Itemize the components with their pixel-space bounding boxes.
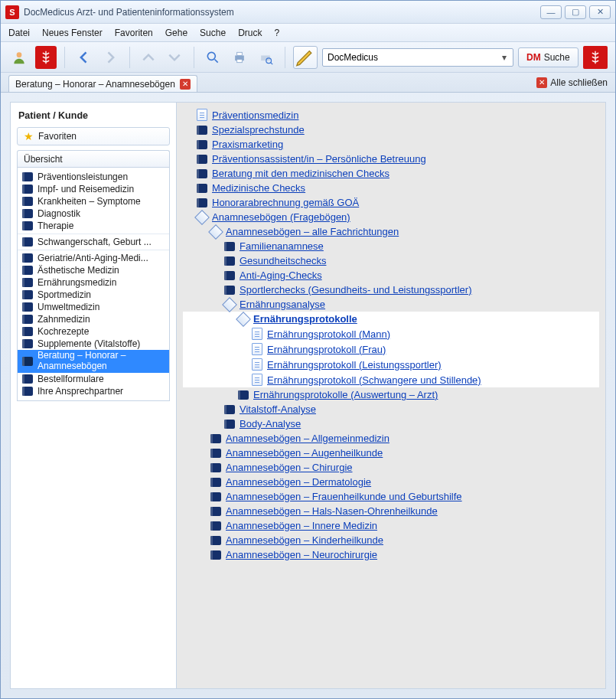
tree-node[interactable]: Anamnesebögen – Chirurgie [183,460,599,475]
tree-node[interactable]: Sportlerchecks (Gesundheits- und Leistun… [183,283,599,297]
tree-node[interactable]: Ernährungsprotokoll (Leistungssportler) [183,357,599,372]
favorites-button[interactable]: ★ Favoriten [17,127,170,145]
sidebar-item[interactable]: Beratung – Honorar –Anamnesebögen [18,350,169,373]
menu-favoriten[interactable]: Favoriten [115,28,153,38]
tree-node-link[interactable]: Ernährungsprotokolle (Auswertung – Arzt) [253,389,438,400]
menu-neues-fenster[interactable]: Neues Fenster [42,28,103,38]
tree-node[interactable]: Anamnesebögen – Dermatologie [183,475,599,489]
search-field[interactable] [326,51,500,64]
back-button[interactable] [73,46,95,69]
edit-button[interactable] [293,46,318,69]
sidebar-item[interactable]: Ernährungsmedizin [18,276,169,289]
print-icon[interactable] [228,46,250,69]
zoom-icon[interactable] [202,46,224,69]
tree-node-link[interactable]: Ernährungsanalyse [240,299,325,310]
tree-node[interactable]: Anamnesebögen – Allgemeinmedizin [183,431,599,446]
tree-node-link[interactable]: Sportlerchecks (Gesundheits- und Leistun… [240,284,471,296]
tree-node[interactable]: Anamnesebögen (Fragebögen) [183,210,599,224]
dm-suche-button[interactable]: DM Suche [518,47,579,67]
menu-suche[interactable]: Suche [200,28,226,38]
tree-node[interactable]: Anamnesebögen – Frauenheilkunde und Gebu… [183,489,599,504]
tree-node[interactable]: Anamnesebögen – Kinderheilkunde [183,533,599,547]
user-icon[interactable] [8,46,31,69]
tree-node[interactable]: Ernährungsprotokolle [183,312,599,326]
down-button[interactable] [164,46,186,69]
tree-node-link[interactable]: Anamnesebögen – Hals-Nasen-Ohrenheilkund… [226,505,438,517]
sidebar-item[interactable]: Supplemente (Vitalstoffe) [18,338,169,350]
tree-node-link[interactable]: Ernährungsprotokoll (Schwangere und Stil… [267,374,481,386]
tree-node-link[interactable]: Vitalstoff-Analyse [240,403,316,415]
tree-node-link[interactable]: Anamnesebögen – Innere Medizin [226,520,377,531]
tree-node[interactable]: Beratung mit den medizinischen Checks [183,166,599,181]
tree-node[interactable]: Präventionsmedizin [183,107,599,122]
tree-node[interactable]: Vitalstoff-Analyse [183,402,599,416]
tree-node[interactable]: Honorarabrechnung gemäß GOÄ [183,195,599,210]
sidebar-item[interactable]: Präventionsleistungen [18,171,169,183]
menu-druck[interactable]: Druck [238,28,262,38]
tree-node-link[interactable]: Präventionsassistent/in – Persönliche Be… [212,153,426,165]
tree-view[interactable]: PräventionsmedizinSpezialsprechstundePra… [177,103,605,688]
tree-node-link[interactable]: Anamnesebögen – Allgemeinmedizin [226,433,389,444]
tree-node[interactable]: Anamnesebögen – Innere Medizin [183,518,599,533]
tree-node-link[interactable]: Anti-Aging-Checks [240,269,322,281]
sidebar-item[interactable]: Impf- und Reisemedizin [18,183,169,195]
tree-node-link[interactable]: Anamnesebögen – Augenheilkunde [226,447,383,459]
tree-node-link[interactable]: Familienanamnese [240,240,324,252]
tree-node-link[interactable]: Anamnesebögen – Frauenheilkunde und Gebu… [226,491,462,502]
tree-node[interactable]: Ernährungsprotokoll (Schwangere und Stil… [183,372,599,387]
tree-node-link[interactable]: Anamnesebögen – Kinderheilkunde [226,534,383,546]
tree-node[interactable]: Gesundheitschecks [183,253,599,268]
sidebar-item[interactable]: Zahnmedizin [18,313,169,325]
dropdown-icon[interactable]: ▾ [500,52,510,63]
tree-node[interactable]: Ernährungsprotokoll (Frau) [183,341,599,357]
sidebar-item[interactable]: Ihre Ansprechpartner [18,385,169,397]
tree-node-link[interactable]: Body-Analyse [240,418,301,430]
caduceus-icon[interactable] [35,46,57,69]
tree-node[interactable]: Medizinische Checks [183,181,599,195]
menu-help[interactable]: ? [274,28,279,38]
menu-gehe[interactable]: Gehe [165,28,187,38]
close-all-button[interactable]: ✕ Alle schließen [536,74,608,91]
search-input[interactable]: ▾ [322,48,513,67]
tree-node-link[interactable]: Anamnesebögen (Fragebögen) [212,211,350,223]
tree-node-link[interactable]: Anamnesebögen – alle Fachrichtungen [226,226,399,237]
tree-node[interactable]: Praxismarketing [183,137,599,152]
tree-node-link[interactable]: Medizinische Checks [212,182,305,194]
close-button[interactable]: ✕ [589,5,611,19]
tree-node-link[interactable]: Ernährungsprotokoll (Mann) [267,328,390,340]
overview-tab[interactable]: Übersicht [17,150,170,167]
tree-node[interactable]: Ernährungsprotokoll (Mann) [183,326,599,341]
tree-node[interactable]: Ernährungsprotokolle (Auswertung – Arzt) [183,387,599,402]
tree-node-link[interactable]: Beratung mit den medizinischen Checks [212,168,389,179]
caduceus-right-icon[interactable] [583,46,608,69]
sidebar-item[interactable]: Krankheiten – Symptome [18,195,169,207]
tree-node-link[interactable]: Gesundheitschecks [240,255,326,266]
tree-node-link[interactable]: Anamnesebögen – Chirurgie [226,462,353,473]
print-preview-icon[interactable] [255,46,277,69]
tree-node-link[interactable]: Ernährungsprotokoll (Leistungssportler) [267,359,442,371]
tree-node[interactable]: Body-Analyse [183,416,599,431]
tree-node-link[interactable]: Anamnesebögen – Dermatologie [226,476,371,488]
tree-node[interactable]: Anamnesebögen – Augenheilkunde [183,446,599,460]
tree-node[interactable]: Anamnesebögen – alle Fachrichtungen [183,224,599,239]
tree-node-link[interactable]: Anamnesebögen – Neurochirurgie [226,549,377,560]
sidebar-item[interactable]: Kochrezepte [18,325,169,338]
sidebar-item[interactable]: Ästhetische Medizin [18,264,169,276]
tree-node-link[interactable]: Ernährungsprotokoll (Frau) [267,344,386,355]
tree-node-link[interactable]: Spezialsprechstunde [212,124,305,136]
tab-beratung[interactable]: Beratung – Honorar – Anamnesebögen ✕ [8,75,197,92]
tree-node-link[interactable]: Ernährungsprotokolle [253,313,357,325]
tree-node-link[interactable]: Präventionsmedizin [212,109,298,121]
sidebar-item[interactable]: Sportmedizin [18,289,169,301]
sidebar-item[interactable]: Umweltmedizin [18,301,169,313]
tree-node[interactable]: Familienanamnese [183,239,599,253]
tree-node[interactable]: Spezialsprechstunde [183,122,599,137]
menu-datei[interactable]: Datei [8,28,30,38]
tree-node[interactable]: Anamnesebögen – Hals-Nasen-Ohrenheilkund… [183,504,599,518]
tree-node[interactable]: Präventionsassistent/in – Persönliche Be… [183,152,599,166]
sidebar-item[interactable]: Therapie [18,220,169,232]
tree-node-link[interactable]: Honorarabrechnung gemäß GOÄ [212,197,359,208]
sidebar-item[interactable]: Geriatrie/Anti-Aging-Medi... [18,250,169,264]
tab-close-icon[interactable]: ✕ [180,79,191,90]
tree-node[interactable]: Anti-Aging-Checks [183,268,599,283]
